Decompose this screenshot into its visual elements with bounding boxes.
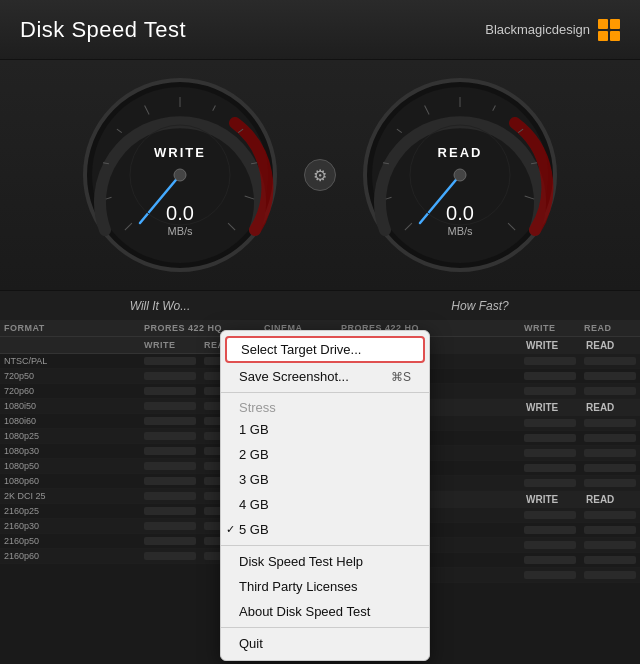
menu-sep-3: [221, 627, 429, 628]
app-header: Disk Speed Test Blackmagicdesign: [0, 0, 640, 60]
menu-about-label: About Disk Speed Test: [239, 604, 370, 619]
menu-select-target[interactable]: Select Target Drive...: [225, 336, 425, 363]
brand-sq-2: [610, 19, 620, 29]
brand-squares: [598, 19, 620, 41]
read-value-container: 0.0 MB/s: [360, 202, 560, 237]
svg-point-14: [174, 169, 186, 181]
read-unit: MB/s: [360, 225, 560, 237]
will-it-work-label: Will It Wo...: [0, 299, 320, 313]
menu-stress-2gb[interactable]: 2 GB: [221, 442, 429, 467]
menu-stress-5gb-label: 5 GB: [239, 522, 269, 537]
menu-quit-label: Quit: [239, 636, 263, 651]
write-number: 0.0: [166, 202, 194, 224]
menu-sep-1: [221, 392, 429, 393]
menu-stress-2gb-label: 2 GB: [239, 447, 269, 462]
write-unit: MB/s: [80, 225, 280, 237]
gear-button[interactable]: ⚙: [304, 159, 336, 191]
menu-select-target-label: Select Target Drive...: [241, 342, 361, 357]
menu-save-shortcut: ⌘S: [391, 370, 411, 384]
read-number: 0.0: [446, 202, 474, 224]
context-menu-overlay[interactable]: Select Target Drive... Save Screenshot..…: [0, 320, 640, 664]
how-fast-label: How Fast?: [320, 299, 640, 313]
menu-stress-1gb-label: 1 GB: [239, 422, 269, 437]
menu-stress-3gb-label: 3 GB: [239, 472, 269, 487]
menu-sep-2: [221, 545, 429, 546]
section-labels: Will It Wo... How Fast?: [0, 290, 640, 320]
write-value-container: 0.0 MB/s: [80, 202, 280, 237]
brand-name: Blackmagicdesign: [485, 22, 590, 37]
write-label: WRITE: [80, 145, 280, 160]
menu-stress-5gb[interactable]: 5 GB: [221, 517, 429, 542]
menu-save-screenshot[interactable]: Save Screenshot... ⌘S: [221, 364, 429, 389]
gauges-section: WRITE 0.0 MB/s ⚙: [0, 60, 640, 290]
menu-stress-4gb-label: 4 GB: [239, 497, 269, 512]
read-label: READ: [360, 145, 560, 160]
read-gauge: READ 0.0 MB/s: [360, 75, 560, 275]
menu-stress-4gb[interactable]: 4 GB: [221, 492, 429, 517]
write-gauge-svg: [80, 75, 280, 275]
menu-stress-3gb[interactable]: 3 GB: [221, 467, 429, 492]
app-title: Disk Speed Test: [20, 17, 186, 43]
menu-save-screenshot-label: Save Screenshot...: [239, 369, 349, 384]
context-menu: Select Target Drive... Save Screenshot..…: [220, 330, 430, 661]
brand-sq-4: [610, 31, 620, 41]
table-section: FORMAT ProRes 422 HQ Cinema WRITE READ W…: [0, 320, 640, 664]
menu-about[interactable]: About Disk Speed Test: [221, 599, 429, 624]
brand-sq-3: [598, 31, 608, 41]
menu-licenses[interactable]: Third Party Licenses: [221, 574, 429, 599]
gear-icon: ⚙: [313, 166, 327, 185]
brand-logo: Blackmagicdesign: [485, 19, 620, 41]
menu-help-label: Disk Speed Test Help: [239, 554, 363, 569]
svg-point-30: [454, 169, 466, 181]
menu-help[interactable]: Disk Speed Test Help: [221, 549, 429, 574]
write-gauge: WRITE 0.0 MB/s: [80, 75, 280, 275]
stress-label: Stress: [221, 396, 429, 417]
menu-licenses-label: Third Party Licenses: [239, 579, 358, 594]
menu-stress-1gb[interactable]: 1 GB: [221, 417, 429, 442]
brand-sq-1: [598, 19, 608, 29]
menu-quit[interactable]: Quit: [221, 631, 429, 656]
read-gauge-svg: [360, 75, 560, 275]
